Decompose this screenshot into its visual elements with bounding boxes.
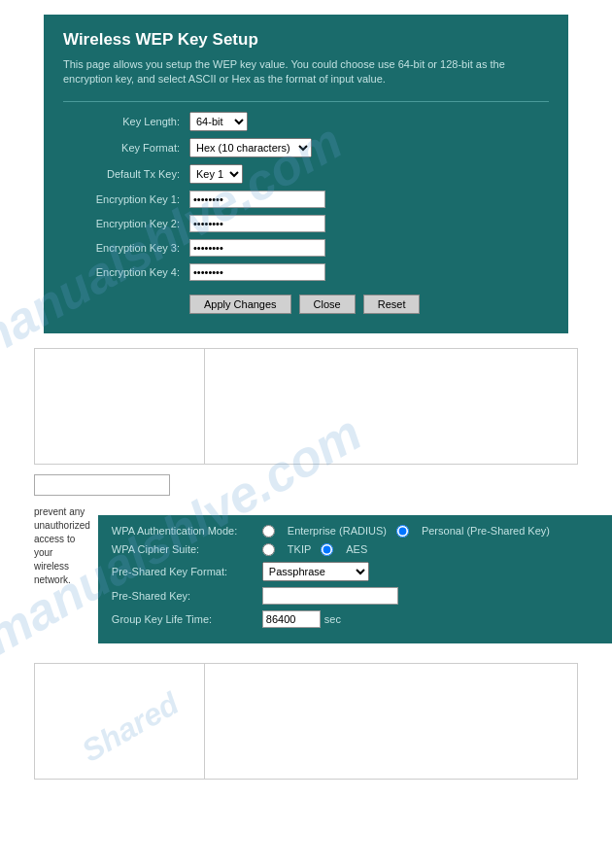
standalone-input-row bbox=[34, 474, 578, 496]
enc-key4-label: Encryption Key 4: bbox=[63, 266, 189, 278]
wpa-left-text: prevent any unauthorized access to your … bbox=[34, 505, 98, 653]
wpa-panel: WPA Authentication Mode: Enterprise (RAD… bbox=[98, 515, 612, 643]
key-length-label: Key Length: bbox=[63, 116, 189, 127]
wpa-cipher-label: WPA Cipher Suite: bbox=[112, 543, 262, 555]
wpa-group-key-label: Group Key Life Time: bbox=[112, 613, 262, 625]
two-col-section-1 bbox=[34, 348, 578, 465]
wpa-group-key-input[interactable] bbox=[262, 610, 321, 628]
wpa-auth-mode-row: WPA Authentication Mode: Enterprise (RAD… bbox=[112, 525, 612, 538]
wpa-psk-row: Pre-Shared Key: bbox=[112, 587, 612, 605]
wpa-cipher-radio-group: TKIP AES bbox=[262, 543, 367, 556]
enc-key2-label: Encryption Key 2: bbox=[63, 218, 189, 229]
enc-key1-row: Encryption Key 1: bbox=[63, 191, 549, 208]
wpa-group-key-row: Group Key Life Time: sec bbox=[112, 610, 612, 628]
enc-key1-input[interactable] bbox=[189, 191, 325, 208]
enc-key4-row: Encryption Key 4: bbox=[63, 263, 549, 281]
enc-key3-row: Encryption Key 3: bbox=[63, 239, 549, 257]
wpa-auth-personal-radio[interactable] bbox=[396, 525, 409, 538]
key-format-label: Key Format: bbox=[63, 142, 189, 154]
key-length-select[interactable]: 64-bit 128-bit bbox=[189, 112, 248, 131]
wpa-wrapper: prevent any unauthorized access to your … bbox=[34, 505, 578, 653]
wep-panel: Wireless WEP Key Setup This page allows … bbox=[44, 15, 568, 333]
bottom-left bbox=[35, 664, 205, 779]
default-tx-key-row: Default Tx Key: Key 1 Key 2 Key 3 Key 4 bbox=[63, 164, 549, 184]
wpa-auth-radio-group: Enterprise (RADIUS) Personal (Pre-Shared… bbox=[262, 525, 550, 538]
wpa-cipher-tkip-radio[interactable] bbox=[262, 543, 275, 556]
standalone-input[interactable] bbox=[34, 474, 170, 496]
enc-key4-input[interactable] bbox=[189, 263, 325, 281]
enc-key2-row: Encryption Key 2: bbox=[63, 215, 549, 232]
wep-title: Wireless WEP Key Setup bbox=[63, 30, 549, 50]
default-tx-key-select[interactable]: Key 1 Key 2 Key 3 Key 4 bbox=[189, 164, 243, 184]
wep-divider bbox=[63, 101, 549, 102]
enc-key3-label: Encryption Key 3: bbox=[63, 242, 189, 254]
bottom-right bbox=[205, 664, 577, 779]
wpa-right: WPA Authentication Mode: Enterprise (RAD… bbox=[98, 505, 612, 653]
two-col-section-2 bbox=[34, 663, 578, 780]
wep-buttons: Apply Changes Close Reset bbox=[63, 295, 549, 314]
wpa-auth-personal-label: Personal (Pre-Shared Key) bbox=[422, 525, 550, 537]
enc-key1-label: Encryption Key 1: bbox=[63, 193, 189, 205]
wpa-psk-input[interactable] bbox=[262, 587, 398, 605]
wpa-cipher-row: WPA Cipher Suite: TKIP AES bbox=[112, 543, 612, 556]
two-col-right-1 bbox=[205, 349, 577, 464]
close-button[interactable]: Close bbox=[299, 295, 356, 314]
wpa-group-key-unit: sec bbox=[324, 613, 341, 625]
wpa-auth-enterprise-radio[interactable] bbox=[262, 525, 275, 538]
wpa-psk-label: Pre-Shared Key: bbox=[112, 590, 262, 602]
two-col-left-1 bbox=[35, 349, 205, 464]
default-tx-key-label: Default Tx Key: bbox=[63, 168, 189, 180]
enc-key3-input[interactable] bbox=[189, 239, 325, 257]
wpa-psk-format-label: Pre-Shared Key Format: bbox=[112, 566, 262, 577]
wpa-psk-format-select[interactable]: Passphrase Hex bbox=[262, 562, 369, 581]
wpa-auth-enterprise-label: Enterprise (RADIUS) bbox=[288, 525, 387, 537]
wpa-cipher-aes-label: AES bbox=[346, 543, 367, 555]
enc-key2-input[interactable] bbox=[189, 215, 325, 232]
key-format-row: Key Format: Hex (10 characters) ASCII (5… bbox=[63, 138, 549, 157]
wep-description: This page allows you setup the WEP key v… bbox=[63, 57, 549, 87]
wpa-cipher-aes-radio[interactable] bbox=[321, 543, 333, 556]
wpa-cipher-tkip-label: TKIP bbox=[288, 543, 311, 555]
key-format-select[interactable]: Hex (10 characters) ASCII (5 characters) bbox=[189, 138, 312, 157]
wpa-auth-mode-label: WPA Authentication Mode: bbox=[112, 525, 262, 537]
apply-changes-button[interactable]: Apply Changes bbox=[189, 295, 291, 314]
key-length-row: Key Length: 64-bit 128-bit bbox=[63, 112, 549, 131]
wpa-psk-format-row: Pre-Shared Key Format: Passphrase Hex bbox=[112, 562, 612, 581]
reset-button[interactable]: Reset bbox=[363, 295, 421, 314]
